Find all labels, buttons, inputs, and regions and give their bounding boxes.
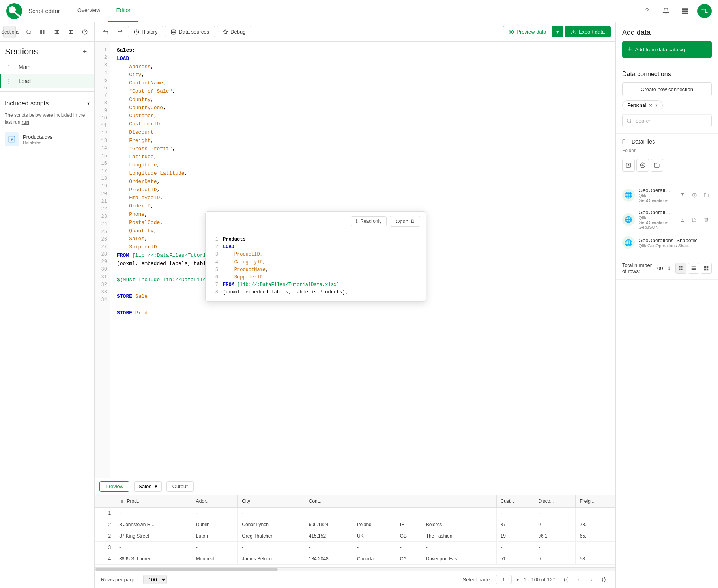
preview-data-button[interactable]: Preview data	[503, 26, 552, 37]
svg-rect-45	[681, 269, 683, 270]
section-item-load[interactable]: ⋮⋮ Load 🗑	[0, 74, 94, 88]
sections-header: Sections +	[0, 42, 94, 60]
read-only-label: Read only	[360, 218, 381, 224]
section-label-main: Main	[19, 64, 90, 70]
page-nav: ⟨⟨ ‹ › ⟩⟩	[560, 574, 609, 585]
export-data-button[interactable]: Export data	[565, 26, 611, 37]
preview-button[interactable]: Preview	[99, 481, 129, 492]
history-button[interactable]: History	[128, 26, 163, 37]
conn-item-shapefile-info: GeoOperations_Shapefile Qlik GeoOperatio…	[639, 237, 708, 248]
minimap-button[interactable]	[37, 26, 49, 38]
indent-button[interactable]	[50, 26, 63, 38]
scrollbar-thumb[interactable]	[95, 568, 278, 571]
code-editor[interactable]: 1 2 3 4 5 6 7 8 9 10 11 12 13 14 15 16 1	[95, 42, 615, 588]
geojson-edit-button[interactable]	[689, 214, 700, 225]
col-header-cust[interactable]: Cust...	[496, 495, 534, 508]
col-header-city[interactable]: City	[238, 495, 305, 508]
add-from-catalog-button[interactable]: + Add from data catalog	[622, 41, 712, 58]
create-connection-button[interactable]: Create new connection	[622, 82, 712, 96]
script-file-item[interactable]: Products.qvs DataFiles	[0, 129, 94, 149]
col-header-7[interactable]	[422, 495, 496, 508]
prev-page-button[interactable]: ‹	[573, 574, 584, 585]
col-header-addr[interactable]: Addr...	[192, 495, 238, 508]
code-line-4: City,	[117, 71, 609, 79]
col-header-freig[interactable]: Freig...	[576, 495, 615, 508]
download-icon[interactable]	[636, 159, 649, 172]
tab-overview[interactable]: Overview	[69, 0, 108, 22]
conn-item-shapefile-name: GeoOperations_Shapefile	[639, 237, 708, 243]
add-section-button[interactable]: +	[80, 47, 90, 56]
nav-right: ? TL	[641, 4, 712, 18]
data-sources-button[interactable]: Data sources	[165, 26, 215, 37]
col-header-disco[interactable]: Disco...	[534, 495, 576, 508]
filter-chevron: ▾	[655, 103, 658, 108]
upload-icon[interactable]	[622, 159, 635, 172]
next-page-button[interactable]: ›	[585, 574, 596, 585]
read-only-badge[interactable]: ℹ Read only	[351, 216, 387, 226]
col-header-5[interactable]	[353, 495, 396, 508]
outdent-button[interactable]	[65, 26, 77, 38]
redo-button[interactable]	[114, 26, 126, 38]
preview-data-dropdown-button[interactable]: ▾	[552, 26, 563, 37]
rows-per-page-select[interactable]: 100 50 200	[143, 575, 167, 584]
col-header-prod[interactable]: Prod...	[115, 495, 192, 508]
personal-filter-tag[interactable]: Personal ✕ ▾	[622, 100, 663, 110]
output-button[interactable]: Output	[166, 481, 194, 492]
connections-search-box[interactable]	[622, 115, 712, 127]
svg-point-34	[511, 31, 512, 33]
total-rows-label: Total number of rows:	[622, 262, 652, 274]
horizontal-scrollbar[interactable]	[95, 567, 615, 571]
first-page-button[interactable]: ⟨⟨	[560, 574, 571, 585]
folder-browse-icon[interactable]	[651, 159, 663, 172]
sections-btn-label: Sections	[1, 29, 19, 35]
geojson-upload-button[interactable]	[677, 214, 688, 225]
code-line-1: Sales:	[117, 47, 609, 55]
conn-item-geooperations-actions	[677, 190, 712, 201]
tab-editor[interactable]: Editor	[108, 0, 138, 22]
folder-icon	[622, 138, 628, 145]
svg-rect-46	[692, 267, 696, 267]
col-header-cont[interactable]: Cont...	[305, 495, 353, 508]
geooperations-browse-button[interactable]	[701, 190, 712, 201]
editor-toolbar-left: History Data sources Debug	[99, 26, 251, 38]
connections-search-input[interactable]	[635, 118, 707, 124]
qlik-logo[interactable]	[6, 3, 22, 19]
open-icon: ⧉	[411, 218, 414, 224]
dense-view-button[interactable]	[701, 263, 712, 274]
included-scripts-header[interactable]: Included scripts ▾	[0, 95, 94, 110]
bottom-panel: Preview Sales ▾ Output	[95, 478, 615, 588]
data-table-wrap[interactable]: Prod... Addr... City Cont... Cust... Dis…	[95, 495, 615, 567]
svg-point-36	[627, 119, 631, 122]
clear-filter-button[interactable]: ✕	[648, 102, 653, 108]
page-input[interactable]	[496, 575, 512, 584]
run-link[interactable]: run	[22, 119, 29, 125]
open-file-button[interactable]: Open ⧉	[390, 216, 420, 227]
list-view-button[interactable]	[688, 263, 699, 274]
geojson-delete-button[interactable]	[701, 214, 712, 225]
notifications-button[interactable]	[660, 5, 672, 17]
table-row: 1 - - - - -	[95, 508, 615, 519]
conn-item-geooperations-info: GeoOperations Qlik GeoOperations	[639, 187, 673, 203]
apps-grid-button[interactable]	[679, 5, 691, 17]
grid-view-button[interactable]	[675, 263, 686, 274]
help-button[interactable]: ?	[641, 5, 653, 17]
user-avatar[interactable]: TL	[697, 4, 712, 18]
col-header-6[interactable]	[396, 495, 422, 508]
conn-item-geojson: 🌐 GeoOperations_GeoJSON Qlik GeoOperatio…	[622, 206, 712, 233]
undo-button[interactable]	[99, 26, 112, 38]
section-item-main[interactable]: ⋮⋮ Main	[0, 60, 94, 74]
geooperations-upload-button[interactable]	[677, 190, 688, 201]
geooperations-select-button[interactable]	[689, 190, 700, 201]
drag-handle-main: ⋮⋮	[6, 64, 15, 70]
sections-toggle-button[interactable]: Sections	[3, 26, 16, 38]
last-page-button[interactable]: ⟩⟩	[598, 574, 609, 585]
total-rows-info-button[interactable]: ℹ	[665, 262, 673, 274]
table-select[interactable]: Sales ▾	[134, 481, 162, 492]
debug-button[interactable]: Debug	[217, 26, 251, 37]
search-code-button[interactable]	[22, 26, 35, 38]
geojson-icon: 🌐	[622, 213, 635, 226]
add-catalog-label: Add from data catalog	[635, 47, 685, 52]
popup-code-line-8: 8 (ooxml, embedded labels, table is Prod…	[212, 289, 419, 296]
help-code-button[interactable]	[79, 26, 91, 38]
svg-rect-43	[681, 266, 683, 268]
